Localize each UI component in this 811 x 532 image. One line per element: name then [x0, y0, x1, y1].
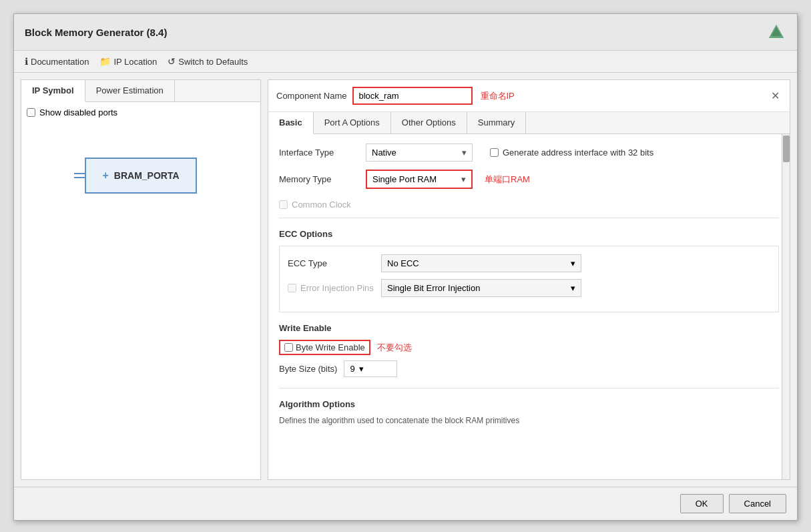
byte-size-chevron: ▾	[359, 364, 364, 374]
component-name-row: Component Name 重命名IP ✕	[268, 80, 790, 112]
ecc-type-label: ECC Type	[288, 258, 374, 268]
bram-lines-icon	[74, 173, 85, 178]
documentation-btn[interactable]: ℹ Documentation	[25, 56, 89, 67]
component-name-input[interactable]	[352, 87, 473, 105]
write-enable-title: Write Enable	[279, 323, 779, 333]
interface-type-label: Interface Type	[279, 148, 359, 158]
algorithm-desc: Defines the algorithm used to concatenat…	[279, 416, 779, 425]
main-dialog: Block Memory Generator (8.4) ℹ Documenta…	[13, 13, 798, 521]
tab-summary[interactable]: Summary	[467, 112, 527, 134]
folder-icon: 📁	[99, 56, 111, 67]
error-injection-label: Error Injection Pins	[300, 283, 374, 293]
bram-box: + BRAM_PORTA	[85, 158, 196, 194]
byte-write-row: Byte Write Enable 不要勾选	[279, 340, 779, 355]
generate-address-row: Generate address interface with 32 bits	[490, 148, 653, 158]
bram-label: BRAM_PORTA	[114, 170, 180, 181]
memory-type-label: Memory Type	[279, 174, 359, 184]
dialog-header: Block Memory Generator (8.4)	[14, 14, 797, 51]
algorithm-title: Algorithm Options	[279, 399, 779, 409]
ecc-type-chevron: ▾	[571, 258, 575, 268]
toolbar: ℹ Documentation 📁 IP Location ↺ Switch t…	[14, 51, 797, 73]
byte-size-row: Byte Size (bits) 9 ▾	[279, 360, 779, 377]
tab-power-estimation[interactable]: Power Estimation	[85, 80, 175, 101]
memory-type-row: Memory Type Single Port RAM ▾ 单端口RAM	[279, 170, 779, 189]
right-panel: Component Name 重命名IP ✕ Basic Port A Opti…	[268, 79, 790, 480]
scrollbar[interactable]	[782, 134, 790, 479]
byte-write-label: Byte Write Enable	[279, 340, 370, 355]
info-icon: ℹ	[25, 56, 28, 67]
generate-address-checkbox[interactable]	[490, 148, 499, 157]
ecc-type-row: ECC Type No ECC ▾	[288, 254, 770, 272]
interface-type-row: Interface Type Native ▾ Generate address…	[279, 144, 779, 162]
error-injection-checkbox	[288, 284, 296, 292]
divider-1	[279, 218, 779, 218]
byte-write-annotation: 不要勾选	[377, 342, 412, 354]
close-btn[interactable]: ✕	[768, 89, 782, 103]
show-disabled-checkbox[interactable]	[27, 108, 35, 117]
main-content: IP Symbol Power Estimation Show disabled…	[14, 73, 797, 487]
tab-other-options[interactable]: Other Options	[391, 112, 467, 134]
memory-type-select[interactable]: Single Port RAM ▾	[366, 170, 473, 189]
tab-basic[interactable]: Basic	[268, 112, 314, 134]
refresh-icon: ↺	[168, 56, 176, 67]
memory-type-annotation: 单端口RAM	[485, 174, 530, 186]
error-injection-chevron: ▾	[571, 283, 575, 293]
byte-size-label: Byte Size (bits)	[279, 364, 337, 374]
bram-line-2	[74, 177, 85, 178]
dialog-footer: OK Cancel	[14, 487, 797, 520]
ip-location-btn[interactable]: 📁 IP Location	[99, 56, 157, 67]
byte-write-checkbox[interactable]	[284, 343, 293, 352]
left-panel-tabs: IP Symbol Power Estimation	[21, 80, 260, 102]
bram-plus-icon: +	[102, 170, 108, 182]
ok-button[interactable]: OK	[680, 494, 724, 513]
interface-type-select[interactable]: Native ▾	[366, 144, 473, 162]
ecc-type-select[interactable]: No ECC ▾	[381, 254, 581, 272]
left-panel-body: Show disabled ports + BRAM_PORTA	[21, 102, 260, 479]
component-name-label: Component Name	[276, 91, 347, 101]
tab-ip-symbol[interactable]: IP Symbol	[21, 80, 85, 102]
tab-port-a-options[interactable]: Port A Options	[314, 112, 391, 134]
show-disabled-row: Show disabled ports	[27, 107, 255, 117]
common-clock-row: Common Clock	[279, 197, 779, 210]
ecc-options-box: ECC Type No ECC ▾ Error Injection Pins S…	[279, 246, 779, 312]
memory-type-chevron: ▾	[461, 174, 466, 184]
tabs-row: Basic Port A Options Other Options Summa…	[268, 112, 790, 134]
algorithm-section: Algorithm Options Defines the algorithm …	[279, 399, 779, 425]
left-panel: IP Symbol Power Estimation Show disabled…	[21, 79, 261, 480]
bram-line-1	[74, 173, 85, 174]
divider-2	[279, 388, 779, 388]
common-clock-checkbox	[279, 200, 288, 209]
common-clock-label: Common Clock	[292, 200, 351, 210]
switch-defaults-btn[interactable]: ↺ Switch to Defaults	[168, 56, 248, 67]
rename-annotation: 重命名IP	[481, 90, 515, 102]
byte-size-select[interactable]: 9 ▾	[344, 360, 397, 377]
error-injection-row: Error Injection Pins Single Bit Error In…	[288, 279, 770, 297]
error-injection-select[interactable]: Single Bit Error Injection ▾	[381, 279, 581, 297]
xilinx-logo	[766, 22, 786, 42]
bram-symbol: + BRAM_PORTA	[27, 158, 255, 194]
write-enable-section: Write Enable Byte Write Enable 不要勾选 Byte…	[279, 323, 779, 377]
interface-type-chevron: ▾	[462, 148, 467, 158]
dialog-title: Block Memory Generator (8.4)	[25, 27, 167, 38]
cancel-button[interactable]: Cancel	[729, 494, 786, 513]
ecc-section-title: ECC Options	[279, 229, 779, 239]
right-content: Interface Type Native ▾ Generate address…	[268, 134, 790, 479]
scrollbar-thumb	[783, 136, 790, 162]
